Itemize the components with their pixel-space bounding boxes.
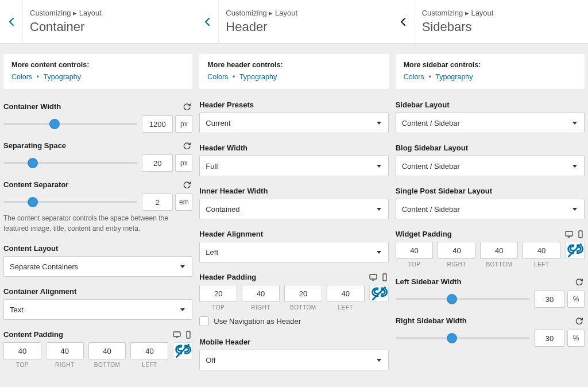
control-separating-space: Separating Space px	[0, 134, 196, 173]
desktop-icon	[565, 230, 573, 238]
padding-link-toggle[interactable]	[565, 242, 585, 259]
padding-top-label: TOP	[212, 304, 225, 311]
panel-header-bar: Customizing ▸ Layout Header	[196, 0, 392, 44]
control-blog-sidebar-layout: Blog Sidebar Layout Content / Sidebar	[392, 138, 588, 181]
content-separator-input[interactable]	[142, 194, 173, 211]
sidebar-layout-value: Content / Sidebar	[402, 119, 460, 127]
dot-separator: •	[34, 73, 41, 81]
control-mobile-header: Mobile Header Off	[196, 332, 392, 375]
control-content-padding: Content Padding TOP RIGHT BOTTOM LEFT	[0, 324, 196, 370]
back-button[interactable]	[0, 0, 23, 44]
mobile-icon	[381, 273, 389, 281]
padding-top-input[interactable]	[396, 242, 434, 259]
chevron-left-icon	[7, 17, 16, 26]
breadcrumb: Customizing ▸ Layout	[30, 9, 102, 17]
control-single-post-sidebar-layout: Single Post Sidebar Layout Content / Sid…	[392, 181, 588, 224]
left-sidebar-width-unit: %	[567, 291, 585, 308]
left-sidebar-width-input[interactable]	[534, 291, 565, 308]
single-post-sidebar-layout-label: Single Post Sidebar Layout	[396, 187, 492, 195]
reset-button[interactable]	[181, 140, 192, 151]
panel-header-bar: Customizing ▸ Layout Sidebars	[392, 0, 588, 44]
container-width-input[interactable]	[142, 115, 173, 133]
link-typography[interactable]: Typography	[44, 73, 81, 81]
back-button[interactable]	[196, 0, 219, 44]
padding-right-label: RIGHT	[55, 362, 75, 368]
padding-left-input[interactable]	[327, 285, 365, 302]
padding-top-input[interactable]	[199, 285, 237, 302]
link-colors[interactable]: Colors	[207, 73, 228, 81]
separating-space-slider[interactable]	[3, 154, 142, 172]
padding-bottom-input[interactable]	[88, 342, 126, 359]
device-mobile-button[interactable]	[577, 230, 585, 238]
mobile-icon	[184, 331, 192, 339]
padding-bottom-label: BOTTOM	[290, 304, 316, 311]
panel-title-box: Customizing ▸ Layout Header	[219, 4, 304, 39]
right-sidebar-width-slider[interactable]	[396, 330, 534, 347]
padding-right-input[interactable]	[46, 342, 84, 359]
header-alignment-label: Header Alignment	[199, 230, 263, 238]
padding-right-input[interactable]	[438, 242, 475, 259]
chevron-down-icon	[179, 306, 186, 313]
device-mobile-button[interactable]	[184, 331, 192, 339]
padding-left-input[interactable]	[523, 242, 560, 259]
link-colors[interactable]: Colors	[404, 73, 424, 81]
control-right-sidebar-width: Right Sidebar Width %	[392, 309, 588, 348]
padding-top-input[interactable]	[3, 342, 41, 359]
reset-button[interactable]	[181, 179, 192, 190]
mobile-header-select[interactable]: Off	[199, 350, 388, 370]
blog-sidebar-layout-select[interactable]: Content / Sidebar	[396, 156, 585, 176]
reset-button[interactable]	[573, 276, 585, 287]
sidebar-layout-select[interactable]: Content / Sidebar	[396, 113, 585, 133]
container-alignment-select[interactable]: Text	[3, 299, 192, 320]
container-width-slider[interactable]	[3, 115, 142, 133]
content-layout-select[interactable]: Separate Containers	[3, 256, 192, 277]
link-colors[interactable]: Colors	[11, 73, 32, 81]
content-padding-label: Content Padding	[3, 330, 63, 339]
header-presets-value: Current	[206, 119, 230, 127]
chevron-down-icon	[179, 263, 186, 270]
device-desktop-button[interactable]	[173, 331, 181, 339]
refresh-icon	[183, 141, 191, 149]
use-nav-checkbox[interactable]	[199, 316, 209, 326]
device-mobile-button[interactable]	[381, 273, 389, 281]
panel-title-box: Customizing ▸ Layout Sidebars	[415, 4, 501, 39]
content-layout-label: Content Layout	[3, 244, 58, 253]
content-separator-slider[interactable]	[3, 194, 142, 211]
link-typography[interactable]: Typography	[239, 73, 277, 81]
control-header-padding: Header Padding TOP RIGHT BOTTOM LEFT	[196, 267, 392, 313]
chevron-down-icon	[571, 206, 578, 212]
unlink-icon	[566, 241, 584, 260]
padding-bottom-input[interactable]	[480, 242, 518, 259]
header-alignment-select[interactable]: Left	[199, 242, 388, 262]
header-width-select[interactable]: Full	[199, 156, 388, 176]
single-post-sidebar-layout-value: Content / Sidebar	[402, 205, 460, 214]
control-use-nav-as-header: Use Navigation as Header	[196, 313, 392, 332]
blog-sidebar-layout-value: Content / Sidebar	[402, 162, 460, 171]
reset-button[interactable]	[573, 315, 585, 326]
control-container-width: Container Width px	[0, 95, 196, 134]
more-controls-title: More content controls:	[11, 61, 184, 69]
device-desktop-button[interactable]	[565, 230, 573, 238]
inner-header-width-value: Contained	[206, 205, 239, 214]
padding-link-toggle[interactable]	[369, 285, 389, 302]
device-desktop-button[interactable]	[369, 273, 377, 281]
left-sidebar-width-slider[interactable]	[396, 291, 534, 308]
header-presets-select[interactable]: Current	[199, 113, 388, 133]
reset-button[interactable]	[181, 100, 192, 112]
panel-sidebars: Customizing ▸ Layout Sidebars More sideb…	[392, 0, 588, 375]
padding-top-label: TOP	[16, 362, 29, 368]
inner-header-width-select[interactable]: Contained	[199, 199, 388, 219]
padding-right-input[interactable]	[242, 285, 280, 302]
right-sidebar-width-input[interactable]	[534, 330, 565, 347]
separating-space-input[interactable]	[142, 154, 173, 172]
back-button[interactable]	[392, 0, 415, 44]
padding-left-input[interactable]	[130, 342, 168, 359]
link-typography[interactable]: Typography	[435, 73, 473, 81]
padding-top-label: TOP	[408, 261, 421, 268]
right-sidebar-width-label: Right Sidebar Width	[396, 316, 467, 325]
chevron-down-icon	[376, 206, 382, 212]
control-content-separator: Content Separator em	[0, 173, 196, 212]
single-post-sidebar-layout-select[interactable]: Content / Sidebar	[396, 199, 585, 219]
padding-bottom-input[interactable]	[284, 285, 322, 302]
padding-link-toggle[interactable]	[173, 342, 192, 359]
